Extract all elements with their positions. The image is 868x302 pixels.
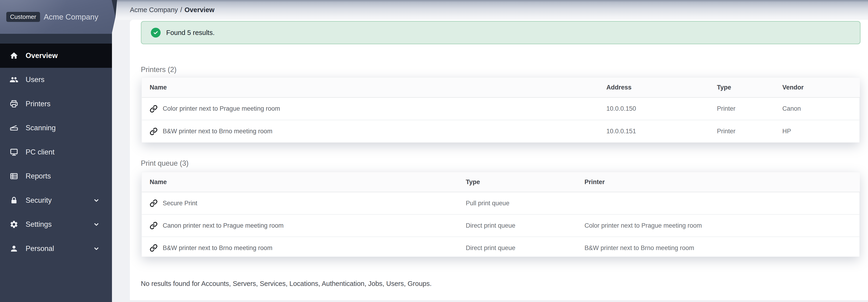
sidebar-item-label: Settings <box>26 220 52 228</box>
row-name-link[interactable]: Secure Print <box>163 200 197 207</box>
sidebar-item-users[interactable]: Users <box>0 68 112 92</box>
link-icon <box>150 128 158 135</box>
table-row: Color printer next to Prague meeting roo… <box>142 98 860 120</box>
breadcrumb: Acme Company / Overview <box>130 0 214 20</box>
table-header-row: NameAddressTypeVendor <box>142 78 860 98</box>
cell-vendor: HP <box>774 120 860 142</box>
person-icon <box>9 244 19 253</box>
sidebar-item-label: Scanning <box>26 124 56 132</box>
breadcrumb-parent[interactable]: Acme Company <box>130 6 178 14</box>
sidebar-header: Customer Acme Company <box>0 0 117 34</box>
cell-address: 10.0.0.150 <box>598 98 709 120</box>
cell-type: Printer <box>709 120 774 142</box>
sidebar-nav: OverviewUsersPrintersScanningPC clientRe… <box>0 44 112 261</box>
company-name: Acme Company <box>44 12 98 22</box>
chevron-down-icon <box>93 221 100 228</box>
link-icon <box>150 199 158 207</box>
link-icon <box>150 222 158 229</box>
gear-icon <box>9 220 19 229</box>
sidebar-item-settings[interactable]: Settings <box>0 213 112 237</box>
column-header-address: Address <box>598 78 709 98</box>
printers-table-card: NameAddressTypeVendorColor printer next … <box>142 77 860 143</box>
cell-type: Printer <box>709 98 774 120</box>
cell-type: Pull print queue <box>458 192 577 214</box>
customer-badge: Customer <box>6 12 40 22</box>
cell-printer <box>577 192 860 214</box>
users-icon <box>9 75 19 84</box>
cell-printer: B&W printer next to Brno meeting room <box>577 237 860 259</box>
row-name-link[interactable]: Color printer next to Prague meeting roo… <box>163 105 280 112</box>
column-header-vendor: Vendor <box>774 78 860 98</box>
column-header-type: Type <box>709 78 774 98</box>
sidebar-header-divider <box>0 34 112 44</box>
sidebar-item-security[interactable]: Security <box>0 188 112 213</box>
top-gradient-bar <box>112 0 868 20</box>
row-name-link[interactable]: B&W printer next to Brno meeting room <box>163 128 272 135</box>
cell-vendor: Canon <box>774 98 860 120</box>
cell-name: B&W printer next to Brno meeting room <box>142 120 598 142</box>
chevron-down-icon <box>93 197 100 204</box>
cell-name: B&W printer next to Brno meeting room <box>142 237 458 259</box>
sidebar-item-label: Personal <box>26 244 54 253</box>
cell-type: Direct print queue <box>458 214 577 237</box>
table-row: Secure PrintPull print queue <box>142 192 860 214</box>
link-icon <box>150 244 158 252</box>
sidebar: Customer Acme Company OverviewUsersPrint… <box>0 0 112 302</box>
chevron-down-icon <box>93 245 100 252</box>
scanner-icon <box>9 123 19 133</box>
breadcrumb-current: Overview <box>184 6 214 14</box>
sidebar-item-pc-client[interactable]: PC client <box>0 140 112 164</box>
cell-name: Secure Print <box>142 192 458 214</box>
link-icon <box>150 105 158 113</box>
check-circle-icon <box>151 28 161 37</box>
success-alert: Found 5 results. <box>141 21 861 44</box>
row-name-link[interactable]: Canon printer next to Prague meeting roo… <box>163 222 283 229</box>
table-row: B&W printer next to Brno meeting room10.… <box>142 120 860 142</box>
sidebar-item-printers[interactable]: Printers <box>0 92 112 116</box>
sidebar-item-label: Reports <box>26 172 51 181</box>
cell-type: Direct print queue <box>458 237 577 259</box>
table-row: Canon printer next to Prague meeting roo… <box>142 214 860 237</box>
printers-section-title: Printers (2) <box>141 65 177 74</box>
column-header-type: Type <box>458 172 577 192</box>
table-row: B&W printer next to Brno meeting roomDir… <box>142 237 860 259</box>
reports-icon <box>9 171 19 181</box>
page: Customer Acme Company OverviewUsersPrint… <box>0 0 868 302</box>
sidebar-item-scanning[interactable]: Scanning <box>0 116 112 140</box>
alert-message: Found 5 results. <box>166 29 215 36</box>
cell-name: Color printer next to Prague meeting roo… <box>142 98 598 120</box>
cell-name: Canon printer next to Prague meeting roo… <box>142 214 458 237</box>
content-panel: Found 5 results. Printers (2) NameAddres… <box>130 20 868 300</box>
print-queue-section-title: Print queue (3) <box>141 159 189 168</box>
cell-address: 10.0.0.151 <box>598 120 709 142</box>
sidebar-item-label: Users <box>26 76 44 84</box>
lock-icon <box>9 196 19 205</box>
sidebar-item-label: Overview <box>26 52 58 60</box>
print-queue-table-card: NameTypePrinterSecure PrintPull print qu… <box>142 172 860 257</box>
breadcrumb-separator: / <box>180 6 182 14</box>
printers-table: NameAddressTypeVendorColor printer next … <box>142 78 860 142</box>
sidebar-item-label: Security <box>26 196 52 204</box>
sidebar-item-personal[interactable]: Personal <box>0 237 112 261</box>
no-results-note: No results found for Accounts, Servers, … <box>141 280 432 287</box>
column-header-name: Name <box>142 172 458 192</box>
cell-printer: Color printer next to Prague meeting roo… <box>577 214 860 237</box>
sidebar-item-overview[interactable]: Overview <box>0 44 112 68</box>
printer-icon <box>9 99 19 109</box>
table-header-row: NameTypePrinter <box>142 172 860 192</box>
sidebar-item-label: Printers <box>26 100 51 108</box>
home-icon <box>9 51 19 60</box>
sidebar-item-label: PC client <box>26 148 55 156</box>
column-header-printer: Printer <box>577 172 860 192</box>
main-area: Acme Company / Overview Found 5 results.… <box>112 0 868 302</box>
sidebar-header-banner: Customer Acme Company <box>0 0 117 34</box>
print-queue-table: NameTypePrinterSecure PrintPull print qu… <box>142 172 860 259</box>
row-name-link[interactable]: B&W printer next to Brno meeting room <box>163 244 272 252</box>
monitor-icon <box>9 147 19 157</box>
column-header-name: Name <box>142 78 598 98</box>
sidebar-item-reports[interactable]: Reports <box>0 164 112 189</box>
